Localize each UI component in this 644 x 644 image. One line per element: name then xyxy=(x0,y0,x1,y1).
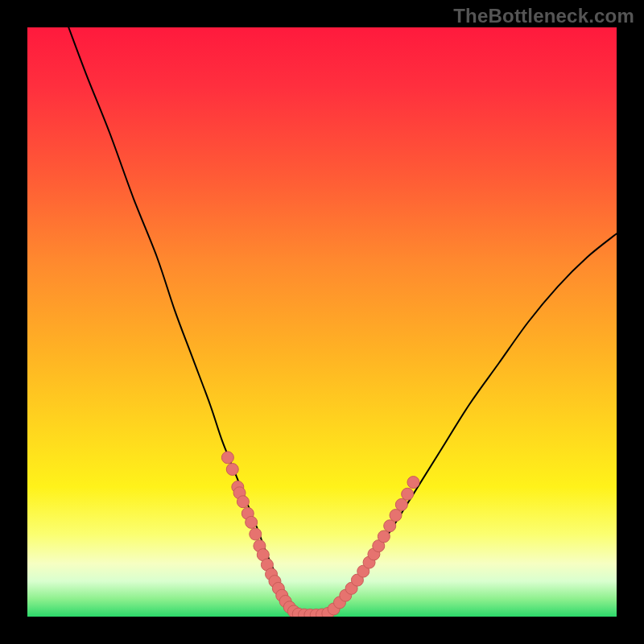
data-marker xyxy=(395,498,407,510)
data-marker xyxy=(402,488,414,500)
data-marker xyxy=(237,496,249,508)
markers-layer xyxy=(221,452,419,617)
watermark-text: TheBottleneck.com xyxy=(453,5,634,27)
bottleneck-curve xyxy=(68,27,617,617)
data-marker xyxy=(226,464,238,476)
data-marker xyxy=(384,520,396,532)
data-marker xyxy=(378,530,390,543)
curve-layer xyxy=(68,27,617,617)
chart-frame: TheBottleneck.com xyxy=(0,0,644,644)
data-marker xyxy=(250,528,262,540)
plot-svg xyxy=(27,27,617,617)
data-marker xyxy=(246,516,258,528)
data-marker xyxy=(221,452,233,464)
data-marker xyxy=(390,510,402,522)
plot-area xyxy=(27,27,617,617)
data-marker xyxy=(407,477,419,489)
